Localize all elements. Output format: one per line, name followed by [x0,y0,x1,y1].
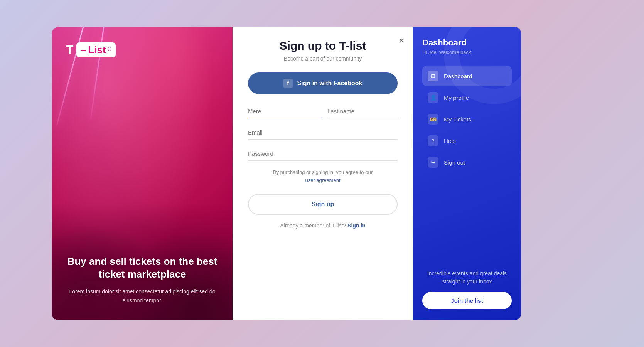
password-group [248,147,398,161]
modal-subtitle: Become a part of our community [284,56,362,62]
last-name-input[interactable] [327,105,401,118]
dashboard-nav: ⊞ Dashboard 👤 My profile 🎫 My Tickets ? … [422,66,512,174]
logo-dash: – [81,44,86,56]
sidebar-item-my-tickets[interactable]: 🎫 My Tickets [422,109,512,129]
terms-text: By purchasing or signing in, you agree t… [273,168,373,185]
password-input[interactable] [248,147,398,161]
sidebar-item-dashboard-label: Dashboard [444,73,472,79]
left-description: Lorem ipsum dolor sit amet consectetur a… [66,287,219,305]
sidebar-item-dashboard[interactable]: ⊞ Dashboard [422,66,512,86]
dashboard-welcome: Hi Joe, welcome back. [422,49,512,55]
dashboard-panel: Dashboard Hi Joe, welcome back. ⊞ Dashbo… [413,27,521,320]
sidebar-item-my-profile[interactable]: 👤 My profile [422,88,512,108]
sidebar-item-help-label: Help [444,138,456,144]
signup-button[interactable]: Sign up [248,194,398,215]
dashboard-title: Dashboard [422,38,512,48]
signin-link[interactable]: Sign in [347,222,366,229]
facebook-btn-label: Sign in with Facebook [297,80,362,87]
sidebar-item-my-profile-label: My profile [444,94,469,101]
dashboard-divider [422,174,512,262]
left-content-bottom: Buy and sell tickets on the best ticket … [66,255,219,305]
logo-list-text: List [88,44,106,56]
name-row [248,105,398,118]
sidebar-item-sign-out-label: Sign out [444,159,465,166]
sidebar-item-sign-out[interactable]: ↪ Sign out [422,152,512,172]
tickets-icon: 🎫 [428,114,438,125]
facebook-icon: f [283,79,293,88]
help-icon: ? [428,135,438,146]
profile-icon: 👤 [428,92,438,103]
main-container: T – List ® Buy and sell tickets on the b… [52,27,592,320]
email-group [248,126,398,140]
close-button[interactable]: × [397,35,405,46]
newsletter-section: Incredible events and great deals straig… [422,262,512,309]
logo-box: – List ® [76,42,116,57]
logo: T – List ® [66,42,116,57]
logo-registered: ® [108,47,111,52]
sign-out-icon: ↪ [428,157,438,168]
logo-t-letter: T [66,43,73,57]
email-input[interactable] [248,126,398,140]
signin-prompt: Already a member of T-list? Sign in [280,222,365,229]
last-name-group [327,105,401,118]
dashboard-icon: ⊞ [428,71,438,81]
left-panel: T – List ® Buy and sell tickets on the b… [52,27,233,320]
newsletter-text: Incredible events and great deals straig… [422,270,512,286]
signup-modal: × Sign up to T-list Become a part of our… [233,27,413,320]
facebook-letter: f [287,80,289,86]
modal-title: Sign up to T-list [280,39,366,52]
first-name-input[interactable] [248,105,321,118]
dashboard-header: Dashboard Hi Joe, welcome back. [422,38,512,55]
left-headline: Buy and sell tickets on the best ticket … [66,255,219,281]
facebook-signin-button[interactable]: f Sign in with Facebook [248,72,398,94]
sidebar-item-my-tickets-label: My Tickets [444,116,471,123]
first-name-group [248,105,321,118]
user-agreement-link[interactable]: user agreement [305,177,340,183]
sidebar-item-help[interactable]: ? Help [422,131,512,151]
join-the-list-button[interactable]: Join the list [422,292,512,309]
